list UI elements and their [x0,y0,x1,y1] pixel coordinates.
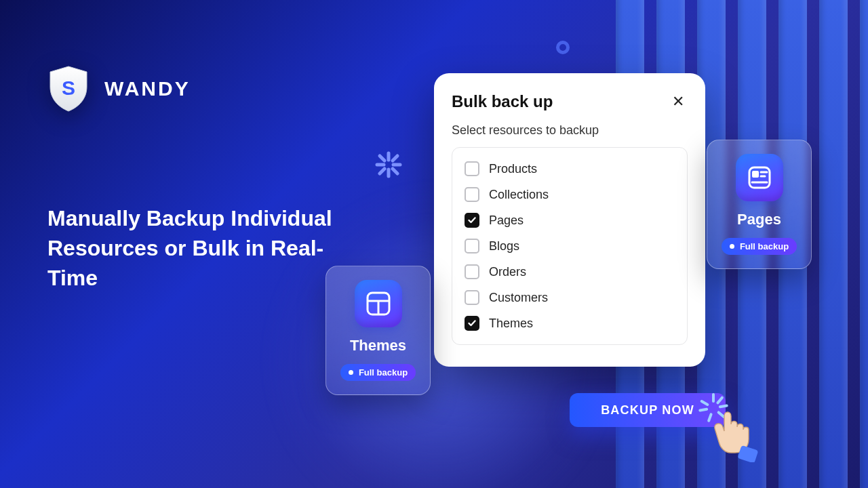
brand-logo: S WANDY [47,65,191,113]
themes-badge: Full backup [340,364,416,381]
checkbox-icon[interactable] [465,161,479,176]
pages-card[interactable]: Pages Full backup [707,140,812,269]
ring-icon [556,41,570,54]
modal-subtitle: Select resources to backup [452,123,688,138]
pages-badge: Full backup [722,238,797,255]
themes-card[interactable]: Themes Full backup [326,266,431,395]
headline: Manually Backup Individual Resources or … [47,203,332,293]
spark-icon [374,150,403,179]
resource-list: ProductsCollectionsPagesBlogsOrdersCusto… [452,147,688,345]
backup-now-button[interactable]: BACKUP NOW [570,393,726,427]
dot-icon [349,370,353,375]
resource-row-orders[interactable]: Orders [462,259,677,285]
resource-label: Pages [489,214,524,228]
resource-row-customers[interactable]: Customers [462,285,677,310]
close-button[interactable]: ✕ [669,92,688,111]
pages-card-title: Pages [737,211,781,228]
resource-row-themes[interactable]: Themes [462,310,677,336]
pages-badge-label: Full backup [740,241,789,251]
resource-row-products[interactable]: Products [462,156,677,182]
modal-title: Bulk back up [452,92,553,111]
resource-row-collections[interactable]: Collections [462,182,677,207]
svg-rect-12 [749,167,770,188]
dot-icon [730,244,734,249]
themes-card-title: Themes [350,337,406,354]
checkbox-checked-icon[interactable] [465,213,479,228]
shield-icon: S [47,65,90,113]
brand-name: WANDY [104,77,191,100]
pages-icon [736,154,783,201]
bulk-backup-modal: Bulk back up ✕ Select resources to backu… [434,73,705,367]
checkbox-checked-icon[interactable] [465,316,479,331]
themes-icon [355,280,402,327]
backup-now-label: BACKUP NOW [601,403,694,418]
resource-label: Collections [489,188,549,202]
resource-label: Blogs [489,239,519,253]
resource-label: Themes [489,317,533,331]
themes-badge-label: Full backup [359,367,408,378]
checkbox-icon[interactable] [465,290,479,305]
checkbox-icon[interactable] [465,187,479,202]
svg-text:S: S [62,77,75,99]
svg-rect-13 [752,171,759,178]
resource-label: Customers [489,291,548,305]
resource-row-blogs[interactable]: Blogs [462,233,677,259]
svg-line-5 [380,156,384,161]
checkbox-icon[interactable] [465,239,479,253]
svg-line-8 [380,169,384,174]
svg-line-6 [393,169,397,174]
resource-label: Orders [489,265,526,279]
resource-row-pages[interactable]: Pages [462,207,677,233]
checkbox-icon[interactable] [465,264,479,279]
svg-line-7 [393,156,397,161]
resource-label: Products [489,162,537,176]
